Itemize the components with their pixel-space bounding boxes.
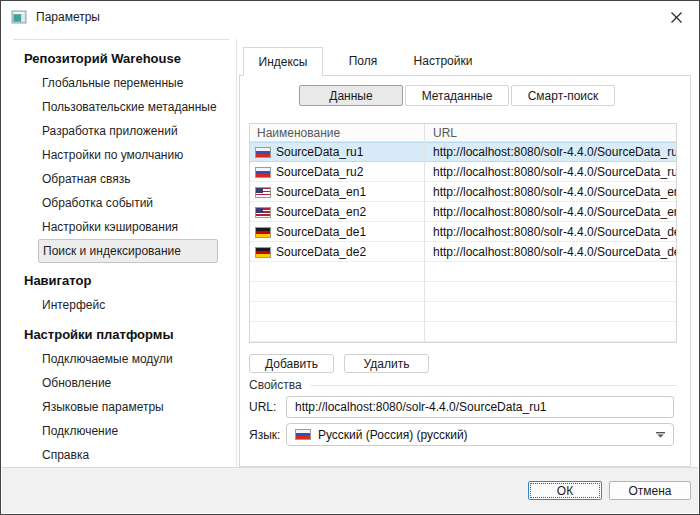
window-title: Параметры: [36, 10, 100, 24]
index-name: SourceData_en1: [276, 185, 366, 199]
sidebar-item[interactable]: Интерфейс: [2, 293, 236, 317]
name-cell: SourceData_ru1: [250, 142, 425, 162]
segment-button-2[interactable]: Смарт-поиск: [511, 85, 615, 106]
url-cell: [425, 302, 676, 322]
sidebar-section-label-2: Настройки платформы: [2, 321, 236, 347]
flag-ru-icon: [295, 429, 311, 440]
tab-strip: ИндексыПоляНастройки: [243, 47, 483, 76]
name-cell: SourceData_en1: [250, 182, 425, 202]
chevron-down-icon: [656, 432, 665, 438]
url-field-label: URL:: [249, 400, 286, 414]
sidebar-item[interactable]: Обратная связь: [2, 167, 236, 191]
sidebar-item[interactable]: Языковые параметры: [2, 395, 236, 419]
cancel-button[interactable]: Отмена: [609, 481, 691, 500]
table-row[interactable]: SourceData_de2http://localhost:8080/solr…: [250, 242, 676, 262]
sidebar-item[interactable]: Поиск и индексирование: [38, 239, 218, 263]
language-field-label: Язык:: [249, 428, 286, 442]
url-cell: http://localhost:8080/solr-4.4.0/SourceD…: [425, 202, 676, 222]
properties-group-line: [310, 385, 677, 386]
properties-group: Свойства: [249, 378, 677, 392]
language-field-row: Язык: Русский (Россия) (русский): [249, 423, 674, 446]
dialog-footer: ОК Отмена: [2, 467, 698, 513]
sidebar-tree: Репозиторий WarehouseГлобальные переменн…: [2, 45, 236, 467]
table-row[interactable]: SourceData_en1http://localhost:8080/solr…: [250, 182, 676, 202]
url-input[interactable]: [286, 396, 674, 418]
table-row-empty[interactable]: [250, 322, 676, 342]
flag-us-icon: [255, 207, 271, 218]
sidebar-item[interactable]: Разработка приложений: [2, 119, 236, 143]
indexes-panel: ДанныеМетаданныеСмарт-поиск Наименование…: [239, 75, 691, 467]
table-row[interactable]: SourceData_en2http://localhost:8080/solr…: [250, 202, 676, 222]
index-table-body: SourceData_ru1http://localhost:8080/solr…: [250, 142, 676, 342]
tab-1[interactable]: Поля: [323, 47, 403, 75]
remove-button[interactable]: Удалить: [344, 354, 429, 373]
name-cell: [250, 322, 425, 342]
name-cell: [250, 282, 425, 302]
index-name: SourceData_de1: [276, 225, 366, 239]
name-cell: SourceData_ru2: [250, 162, 425, 182]
name-cell: SourceData_de2: [250, 242, 425, 262]
table-row-empty[interactable]: [250, 282, 676, 302]
sidebar-item[interactable]: Глобальные переменные: [2, 71, 236, 95]
index-name: SourceData_ru2: [276, 165, 363, 179]
sidebar-item[interactable]: Обновление: [2, 371, 236, 395]
index-table: Наименование URL SourceData_ru1http://lo…: [249, 123, 677, 343]
close-icon: [671, 12, 682, 23]
index-name: SourceData_ru1: [276, 145, 363, 159]
url-cell: http://localhost:8080/solr-4.4.0/SourceD…: [425, 162, 676, 182]
table-actions: Добавить Удалить: [249, 354, 429, 373]
parameters-dialog: Параметры Репозиторий WarehouseГлобальны…: [0, 0, 700, 515]
add-button[interactable]: Добавить: [249, 354, 334, 373]
name-cell: SourceData_en2: [250, 202, 425, 222]
flag-ru-icon: [255, 167, 271, 178]
sidebar-item[interactable]: Пользовательские метаданные: [2, 95, 236, 119]
url-cell: http://localhost:8080/solr-4.4.0/SourceD…: [425, 242, 676, 262]
sidebar-section-label-1: Навигатор: [2, 267, 236, 293]
segment-strip: ДанныеМетаданныеСмарт-поиск: [299, 85, 615, 106]
sidebar-separator: [236, 39, 237, 468]
language-selected-value: Русский (Россия) (русский): [318, 428, 468, 442]
segment-button-0[interactable]: Данные: [299, 85, 403, 106]
url-cell: [425, 282, 676, 302]
flag-us-icon: [255, 187, 271, 198]
titlebar-separator: [13, 39, 229, 40]
table-row-empty[interactable]: [250, 262, 676, 282]
table-row[interactable]: SourceData_ru1http://localhost:8080/solr…: [250, 142, 676, 162]
ok-button[interactable]: ОК: [528, 481, 602, 500]
app-icon: [11, 9, 27, 25]
url-cell: http://localhost:8080/solr-4.4.0/SourceD…: [425, 142, 676, 162]
tab-0[interactable]: Индексы: [243, 47, 323, 76]
sidebar-item[interactable]: Настройки по умолчанию: [2, 143, 236, 167]
url-cell: http://localhost:8080/solr-4.4.0/SourceD…: [425, 182, 676, 202]
flag-de-icon: [255, 227, 271, 238]
table-header: Наименование URL: [250, 124, 676, 142]
flag-ru-icon: [255, 147, 271, 158]
url-field-row: URL:: [249, 396, 674, 418]
sidebar-item[interactable]: Обработка событий: [2, 191, 236, 215]
properties-group-label: Свойства: [249, 378, 302, 392]
tab-2[interactable]: Настройки: [403, 47, 483, 75]
url-cell: http://localhost:8080/solr-4.4.0/SourceD…: [425, 222, 676, 242]
table-row-empty[interactable]: [250, 302, 676, 322]
name-cell: [250, 262, 425, 282]
name-cell: [250, 302, 425, 322]
sidebar-item[interactable]: Подключение: [2, 419, 236, 443]
table-row[interactable]: SourceData_ru2http://localhost:8080/solr…: [250, 162, 676, 182]
title-bar: Параметры: [1, 1, 699, 33]
name-cell: SourceData_de1: [250, 222, 425, 242]
sidebar-section-label-0: Репозиторий Warehouse: [2, 45, 236, 71]
index-name: SourceData_en2: [276, 205, 366, 219]
table-row[interactable]: SourceData_de1http://localhost:8080/solr…: [250, 222, 676, 242]
sidebar-item[interactable]: Настройки кэширования: [2, 215, 236, 239]
sidebar-item[interactable]: Подключаемые модули: [2, 347, 236, 371]
column-header-name: Наименование: [250, 124, 425, 141]
segment-button-1[interactable]: Метаданные: [405, 85, 509, 106]
flag-de-icon: [255, 247, 271, 258]
sidebar-item[interactable]: Справка: [2, 443, 236, 467]
close-button[interactable]: [663, 6, 689, 28]
language-select[interactable]: Русский (Россия) (русский): [286, 423, 674, 446]
url-cell: [425, 322, 676, 342]
url-cell: [425, 262, 676, 282]
column-header-url: URL: [425, 124, 676, 141]
index-name: SourceData_de2: [276, 245, 366, 259]
